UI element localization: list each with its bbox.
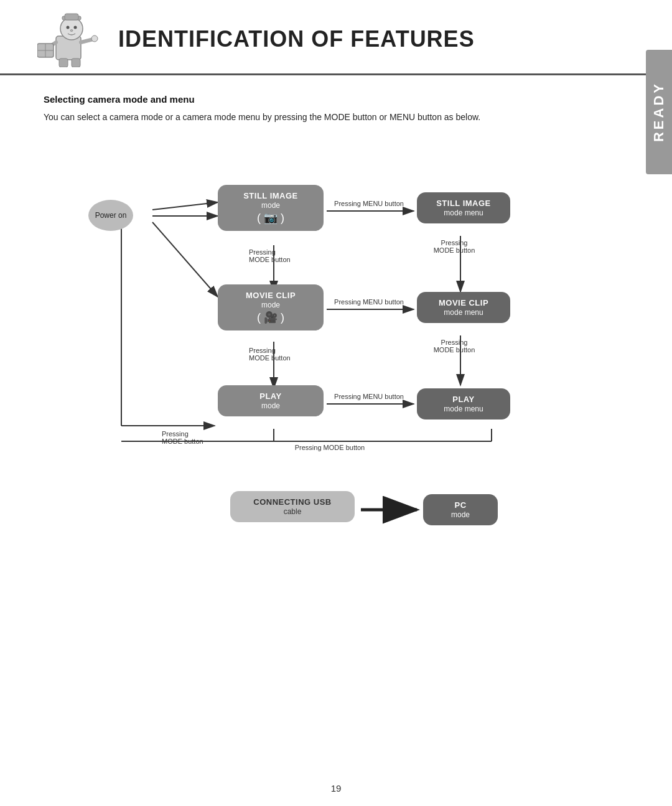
svg-line-19: [152, 222, 218, 297]
svg-point-9: [91, 35, 98, 42]
movie-clip-menu-sub: mode menu: [426, 308, 502, 317]
play-mode-sub: mode: [226, 401, 315, 410]
power-on-bubble: Power on: [88, 200, 133, 231]
pressing-mode-label-3: PressingMODE button: [429, 239, 479, 254]
play-mode-title: PLAY: [226, 391, 315, 401]
section-body: You can select a camera mode or a camera…: [44, 111, 628, 124]
content-area: Selecting camera mode and menu You can s…: [0, 75, 672, 584]
still-image-menu-title: STILL IMAGE: [426, 199, 502, 208]
connecting-usb-title: Connecting USB: [239, 497, 346, 507]
svg-rect-3: [65, 14, 78, 20]
movie-clip-mode-box: MOVIE CLIP mode ( 🎥 ): [218, 284, 324, 330]
mode-diagram: Power on STILL IMAGE mode ( 📷 ) STILL IM…: [56, 143, 616, 566]
connecting-usb-box: Connecting USB cable: [230, 491, 355, 522]
movie-clip-menu-title: MOVIE CLIP: [426, 298, 502, 307]
play-menu-sub: mode menu: [426, 405, 502, 413]
pressing-mode-label-2: PressingMODE button: [249, 347, 292, 362]
pressing-mode-label-5: PressingMODE button: [162, 430, 212, 445]
pc-mode-box: PC mode: [423, 494, 498, 525]
power-on-label: Power on: [95, 211, 127, 220]
play-menu-box: PLAY mode menu: [417, 388, 510, 419]
still-image-mode-title: STILL IMAGE: [226, 191, 315, 200]
section-heading: Selecting camera mode and menu: [44, 94, 628, 105]
play-mode-box: PLAY mode: [218, 385, 324, 416]
svg-rect-11: [72, 59, 80, 67]
still-image-mode-sub: mode: [226, 201, 315, 210]
movie-clip-menu-box: MOVIE CLIP mode menu: [417, 292, 510, 323]
movie-clip-mode-sub: mode: [226, 301, 315, 309]
mascot-icon: [37, 11, 106, 67]
page-header: IDENTIFICATION OF FEATURES: [0, 0, 672, 75]
svg-point-4: [67, 26, 70, 29]
movie-clip-mode-title: MOVIE CLIP: [226, 291, 315, 300]
movie-clip-mode-icon: ( 🎥 ): [226, 311, 315, 324]
page-title: IDENTIFICATION OF FEATURES: [118, 26, 475, 52]
pressing-menu-label-2: Pressing MENU button: [329, 298, 409, 306]
pc-mode-title: PC: [432, 500, 489, 510]
pressing-mode-label-4: PressingMODE button: [429, 339, 479, 354]
connecting-usb-sub: cable: [239, 507, 346, 516]
svg-point-5: [74, 26, 77, 29]
still-image-menu-box: STILL IMAGE mode menu: [417, 192, 510, 223]
ready-tab-label: READY: [651, 82, 667, 142]
still-image-mode-icon: ( 📷 ): [226, 211, 315, 225]
pressing-menu-label-3: Pressing MENU button: [329, 393, 409, 400]
pressing-mode-bottom-label: Pressing MODE button: [268, 444, 392, 451]
svg-rect-10: [59, 59, 68, 67]
svg-point-1: [60, 17, 83, 40]
svg-point-6: [70, 30, 73, 32]
still-image-mode-box: STILL IMAGE mode ( 📷 ): [218, 185, 324, 231]
pc-mode-sub: mode: [432, 510, 489, 519]
svg-line-17: [152, 202, 218, 210]
pressing-mode-label-1: PressingMODE button: [249, 248, 292, 263]
play-menu-title: PLAY: [426, 395, 502, 404]
still-image-menu-sub: mode menu: [426, 209, 502, 217]
pressing-menu-label-1: Pressing MENU button: [329, 200, 409, 207]
ready-tab: READY: [646, 50, 672, 174]
page-number: 19: [331, 783, 342, 794]
